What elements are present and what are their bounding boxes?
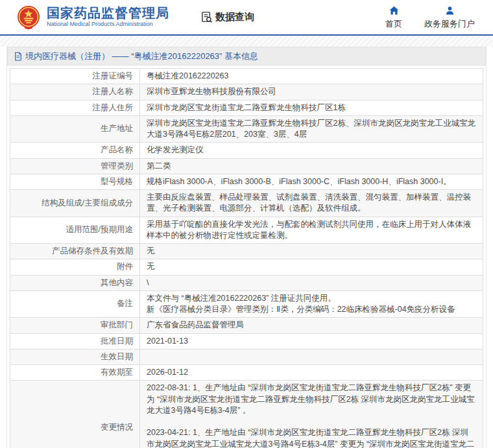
user-icon — [444, 5, 455, 16]
row-label: 其他内容 — [10, 275, 140, 290]
table-row: 产品名称 化学发光测定仪 — [10, 143, 483, 158]
info-table: 注册证编号 粤械注准20162220263 注册人名称 深圳市亚辉龙生物科技股份… — [10, 68, 483, 448]
data-query-button[interactable]: 数据查询 — [200, 11, 254, 23]
row-value: 深圳市龙岗区宝龙街道宝龙二路亚辉龙生物科技厂区1栋 — [140, 100, 483, 115]
top-nav: 首页 政务服务门户 — [385, 5, 475, 30]
table-row: 注册人名称 深圳市亚辉龙生物科技股份有限公司 — [10, 84, 483, 100]
page: 国家药品监督管理局 National Medical Products Admi… — [0, 0, 493, 448]
row-value: 粤械注准20162220263 — [140, 69, 483, 84]
row-value: 规格iFlash 3000-A、iFlash 3000-B、iFlash 300… — [140, 174, 483, 189]
row-label: 产品名称 — [10, 143, 140, 158]
info-table-body: 注册证编号 粤械注准20162220263 注册人名称 深圳市亚辉龙生物科技股份… — [10, 69, 483, 448]
home-icon — [389, 5, 400, 16]
content-box: 境内医疗器械（注册） —— “粤械注准20162220263” 基本信息 注册证… — [6, 47, 487, 448]
row-value: 化学发光测定仪 — [140, 143, 483, 158]
table-row: 附件 无 — [10, 259, 483, 275]
row-label: 批准日期 — [10, 333, 140, 349]
row-label: 审批部门 — [10, 318, 140, 333]
row-label: 生产地址 — [10, 115, 140, 143]
site-header: 国家药品监督管理局 National Medical Products Admi… — [0, 0, 493, 36]
row-label: 备注 — [10, 290, 140, 318]
table-row: 审批部门 广东省食品药品监督管理局 — [10, 318, 483, 333]
nmpa-emblem-logo — [16, 5, 42, 30]
document-icon — [14, 52, 22, 61]
table-row: 适用范围/预期用途 采用基于吖啶酯的直接化学发光法，与配套的检测试剂共同使用，在… — [10, 217, 483, 244]
row-label: 注册人名称 — [10, 84, 140, 100]
table-row: 注册人住所 深圳市龙岗区宝龙街道宝龙二路亚辉龙生物科技厂区1栋 — [10, 100, 483, 115]
org-titles: 国家药品监督管理局 National Medical Products Admi… — [47, 6, 169, 27]
row-label: 管理类别 — [10, 158, 140, 174]
table-row: 产品储存条件及有效期 无 — [10, 244, 483, 259]
row-value: 第二类 — [140, 158, 483, 174]
row-label: 生效日期 — [10, 349, 140, 364]
row-label: 有效期至 — [10, 365, 140, 381]
nav-item-gov-portal[interactable]: 政务服务门户 — [424, 5, 475, 30]
nav-item-home[interactable]: 首页 — [385, 5, 402, 30]
row-label: 附件 — [10, 259, 140, 275]
table-row: 管理类别 第二类 — [10, 158, 483, 174]
table-row: 批准日期 2021-01-13 — [10, 333, 483, 349]
org-name: 国家药品监督管理局 — [47, 6, 169, 20]
table-row: 有效期至 2026-01-12 — [10, 365, 483, 381]
data-query-icon — [200, 11, 213, 23]
table-row: 备注 本文件与 “粤械注准20162220263” 注册证共同使用。 新《医疗器… — [10, 290, 483, 318]
row-label: 适用范围/预期用途 — [10, 217, 140, 244]
row-label: 型号规格 — [10, 174, 140, 189]
content-area: 境内医疗器械（注册） —— “粤械注准20162220263” 基本信息 注册证… — [0, 47, 493, 448]
table-row: 型号规格 规格iFlash 3000-A、iFlash 3000-B、iFlas… — [10, 174, 483, 189]
top-divider-band — [0, 36, 493, 47]
org-name-en: National Medical Products Administration — [47, 21, 169, 27]
row-value: 本文件与 “粤械注准20162220263” 注册证共同使用。 新《医疗器械分类… — [140, 290, 483, 318]
row-value: 深圳市龙岗区宝龙街道宝龙二路亚辉龙生物科技厂区2栋、深圳市龙岗区龙岗宝龙工业城宝… — [140, 115, 483, 143]
row-label: 注册证编号 — [10, 69, 140, 84]
page-title: 境内医疗器械（注册） —— “粤械注准20162220263” 基本信息 — [25, 51, 258, 62]
table-row: 结构及组成/主要组成成分 主要由反应盘装置、样品处理装置、试剂盘装置、清洗装置、… — [10, 190, 483, 217]
page-title-bar: 境内医疗器械（注册） —— “粤械注准20162220263” 基本信息 — [7, 47, 486, 65]
row-value: 采用基于吖啶酯的直接化学发光法，与配套的检测试剂共同使用，在临床上用于对人体体液… — [140, 217, 483, 244]
row-value: 2026-01-12 — [140, 365, 483, 381]
data-query-label: 数据查询 — [215, 11, 254, 23]
nav-item-home-label: 首页 — [385, 18, 402, 30]
table-row: 生产地址 深圳市龙岗区宝龙街道宝龙二路亚辉龙生物科技厂区2栋、深圳市龙岗区龙岗宝… — [10, 115, 483, 143]
row-label: 变更情况 — [10, 381, 140, 448]
row-value: 广东省食品药品监督管理局 — [140, 318, 483, 333]
table-row: 变更情况 2022-08-31: 1、生产地址由 “深圳市龙岗区宝龙街道宝龙二路… — [10, 381, 483, 448]
row-label: 注册人住所 — [10, 100, 140, 115]
row-label: 结构及组成/主要组成成分 — [10, 190, 140, 217]
row-value: 主要由反应盘装置、样品处理装置、试剂盘装置、清洗装置、混匀装置、加样装置、温控装… — [140, 190, 483, 217]
row-value: 无 — [140, 259, 483, 275]
row-label: 产品储存条件及有效期 — [10, 244, 140, 259]
table-row: 其他内容 \ — [10, 275, 483, 290]
table-row: 注册证编号 粤械注准20162220263 — [10, 69, 483, 84]
row-value: 2022-08-31: 1、生产地址由 “深圳市龙岗区宝龙街道宝龙二路亚辉龙生物… — [140, 381, 483, 448]
row-value: \ — [140, 275, 483, 290]
nav-item-gov-portal-label: 政务服务门户 — [424, 18, 475, 30]
row-value: 深圳市亚辉龙生物科技股份有限公司 — [140, 84, 483, 100]
row-value: 2021-01-13 — [140, 333, 483, 349]
row-value — [140, 349, 483, 364]
table-row: 生效日期 — [10, 349, 483, 364]
row-value: 无 — [140, 244, 483, 259]
